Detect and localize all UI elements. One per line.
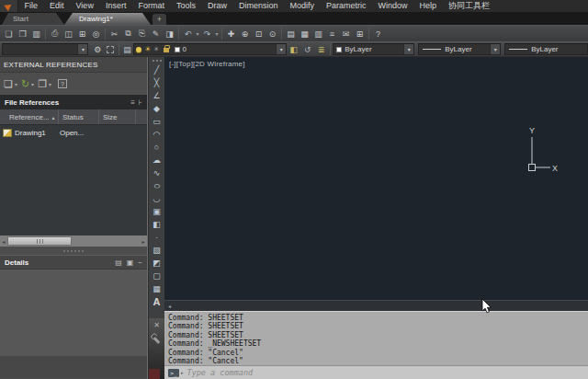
hatch-icon[interactable]: ▨ [150, 244, 164, 257]
batch-plot-icon[interactable]: ⊞ [75, 27, 89, 40]
menu-item[interactable]: Insert [99, 0, 132, 12]
file-reference-row[interactable]: Drawing1 Open... [0, 125, 147, 140]
linetype-dropdown[interactable]: ByLayer ▾ [418, 43, 501, 55]
menu-item[interactable]: Tools [170, 0, 201, 12]
details-view-icon[interactable]: ▤ [115, 258, 122, 267]
menu-item[interactable]: 协同工具栏 [443, 0, 496, 12]
splitter-grip[interactable] [0, 247, 147, 255]
point-icon[interactable]: ∙ [150, 231, 164, 244]
region-icon[interactable]: ▢ [150, 270, 164, 282]
paste-icon[interactable]: ⎘ [135, 27, 149, 40]
publish-icon[interactable]: ◎ [89, 27, 103, 40]
spline-icon[interactable]: ∿ [150, 167, 164, 179]
block-editor-icon[interactable]: ◨ [163, 27, 176, 40]
command-history[interactable]: Command: SHEETSETCommand: SHEETSETComman… [164, 312, 588, 365]
help-icon[interactable]: ? [58, 79, 67, 88]
sheetset-manager-icon[interactable]: ≡ [325, 27, 339, 40]
revision-cloud-icon[interactable]: ☁ [150, 154, 164, 167]
chevron-down-icon[interactable]: ▾ [490, 44, 500, 54]
new-file-icon[interactable]: ❏ [2, 27, 16, 40]
lineweight-dropdown[interactable]: ByLayer [504, 43, 588, 55]
make-current-layer-icon[interactable]: ◧ [287, 42, 300, 56]
plot-preview-icon[interactable]: ◫ [62, 27, 75, 40]
properties-icon[interactable]: ▤ [284, 27, 298, 40]
menu-item[interactable]: Draw [201, 0, 232, 12]
menu-item[interactable]: Help [413, 0, 443, 12]
help-icon[interactable]: ? [371, 27, 385, 40]
open-file-icon[interactable]: ❒ [16, 27, 29, 40]
wrench-icon[interactable] [153, 337, 161, 344]
application-menu-button[interactable] [0, 0, 18, 12]
save-icon[interactable]: ▥ [29, 27, 43, 40]
layer-lock-icon[interactable] [164, 48, 169, 52]
zoom-previous-icon[interactable]: ⊙ [266, 27, 279, 40]
pan-icon[interactable]: ✚ [224, 27, 238, 40]
layer-dropdown[interactable]: ☀ ☀ 0 ▾ [133, 43, 287, 55]
table-icon[interactable]: ▦ [150, 282, 164, 295]
tool-palettes-icon[interactable]: ▥ [311, 27, 325, 40]
match-properties-icon[interactable]: ✎ [149, 27, 163, 40]
scroll-right-icon[interactable]: ▸ [140, 238, 147, 245]
menu-item[interactable]: Dimension [232, 0, 284, 12]
column-reference[interactable]: Reference... ▴ [0, 109, 59, 124]
construction-line-icon[interactable]: ╳ [150, 76, 164, 89]
menu-item[interactable]: File [18, 0, 44, 12]
chevron-down-icon[interactable]: ▾ [403, 44, 413, 54]
quickcalc-icon[interactable]: ⊞ [353, 27, 367, 40]
tab-start[interactable]: Start [2, 13, 64, 25]
redo-dropdown-icon[interactable]: ▾ [214, 27, 220, 40]
ellipse-arc-icon[interactable]: ◡ [150, 192, 164, 205]
chevron-down-icon[interactable]: ▾ [276, 44, 286, 54]
menu-item[interactable]: Parametric [321, 0, 373, 12]
palette-title-bar[interactable]: EXTERNAL REFERENCES [0, 57, 147, 73]
circle-icon[interactable]: ○ [150, 141, 164, 154]
copy-icon[interactable]: ⧉ [121, 27, 135, 40]
markup-icon[interactable]: ✉ [339, 27, 353, 40]
column-size[interactable]: Size [99, 109, 136, 124]
toolbar-grip[interactable] [153, 60, 162, 62]
layer-previous-icon[interactable]: ↺ [300, 42, 314, 56]
attach-dropdown-icon[interactable]: ▾ [15, 81, 17, 87]
preview-view-icon[interactable]: ▣ [127, 258, 134, 267]
insert-block-icon[interactable]: ▣ [150, 205, 164, 218]
refresh-icon[interactable]: ↻ [21, 78, 29, 90]
refresh-dropdown-icon[interactable]: ▾ [31, 81, 34, 87]
menu-item[interactable]: Edit [44, 0, 71, 12]
redo-icon[interactable]: ↷ [200, 27, 214, 40]
list-view-icon[interactable]: ≡ [130, 98, 135, 107]
close-icon[interactable]: ✕ [153, 321, 160, 329]
plot-icon[interactable]: ⎙ [48, 27, 62, 40]
viewport-controls-label[interactable]: [-][Top][2D Wireframe] [169, 60, 245, 68]
workspace-settings-icon[interactable]: ⚙ [91, 42, 104, 56]
menu-item[interactable]: View [70, 0, 99, 12]
cut-icon[interactable]: ✂ [107, 27, 121, 40]
column-status[interactable]: Status [59, 109, 99, 124]
zoom-realtime-icon[interactable]: ⊕ [238, 27, 252, 40]
rectangle-icon[interactable]: ▭ [150, 115, 164, 128]
create-block-icon[interactable]: ◧ [150, 218, 164, 231]
layer-properties-icon[interactable]: ▤ [121, 42, 134, 56]
attach-icon[interactable]: ❏ [4, 78, 13, 90]
layer-on-icon[interactable] [136, 47, 141, 52]
archive-dropdown-icon[interactable]: ▾ [49, 81, 51, 87]
drawing-area[interactable]: [-][Top][2D Wireframe] Y X [164, 57, 588, 300]
polyline-icon[interactable]: ∠ [150, 89, 164, 102]
drawing-scrollbar[interactable]: ◂ [164, 300, 588, 311]
chevron-down-icon[interactable]: ▾ [77, 44, 87, 54]
palette-horizontal-scrollbar[interactable]: ◂ ▸ [0, 235, 147, 247]
customization-icon[interactable] [104, 42, 117, 56]
layer-vp-freeze-icon[interactable]: ☀ [153, 45, 159, 53]
arc-icon[interactable]: ◠ [150, 128, 164, 141]
layer-thaw-icon[interactable]: ☀ [144, 45, 151, 53]
scrollbar-thumb[interactable] [7, 236, 72, 246]
zoom-window-icon[interactable]: ⊡ [252, 27, 266, 40]
scroll-left-icon[interactable]: ◂ [0, 238, 7, 245]
archive-icon[interactable]: ❐ [38, 78, 47, 90]
tree-view-icon[interactable]: ⊦ [139, 98, 142, 107]
workspace-dropdown[interactable]: ▾ [2, 43, 88, 55]
tab-drawing1[interactable]: Drawing1* × [64, 13, 151, 25]
command-input-row[interactable]: >_ ▸ Type a command [164, 365, 588, 379]
color-dropdown[interactable]: ByLayer ▾ [333, 43, 414, 55]
menu-item[interactable]: Modify [284, 0, 321, 12]
new-drawing-tab-button[interactable]: + [153, 14, 166, 25]
